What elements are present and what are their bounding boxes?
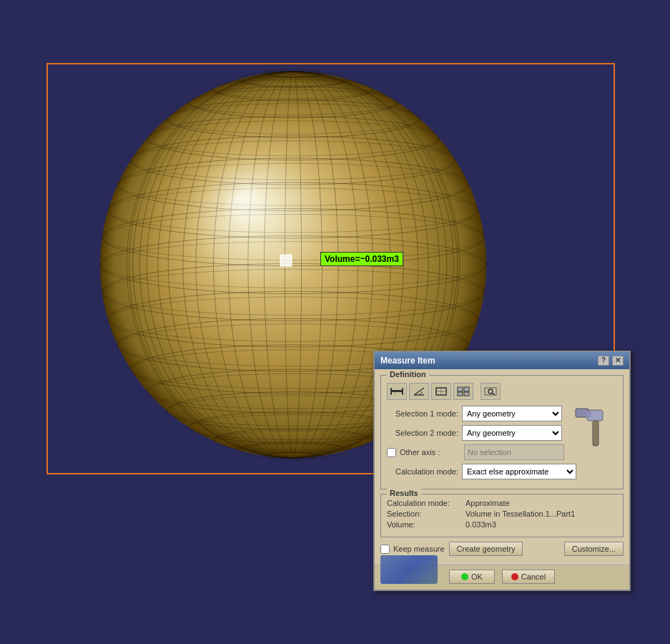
svg-rect-19 [586, 411, 591, 417]
results-group-label: Results [387, 489, 421, 497]
ok-dot [461, 573, 468, 580]
selection-result-row: Selection: Volume in Tessellation.1...Pa… [387, 509, 617, 518]
svg-rect-0 [390, 390, 403, 392]
measure-item5-icon[interactable] [481, 383, 501, 400]
dialog-titlebar: Measure Item ? ✕ [375, 352, 629, 369]
help-button[interactable]: ? [598, 356, 609, 366]
calculation-mode-dropdown[interactable]: Exact else approximate Exact Approximate [462, 464, 576, 479]
svg-rect-2 [402, 388, 403, 395]
dialog-title: Measure Item [380, 356, 435, 366]
volume-result-row: Volume: 0.033m3 [387, 520, 617, 529]
calculation-mode-row: Calculation mode: Exact else approximate… [387, 464, 617, 479]
other-axis-label: Other axis : [400, 448, 464, 457]
selection-result-value: Volume in Tessellation.1...Part1 [465, 509, 575, 518]
calc-mode-result-row: Calculation mode: Approximate [387, 499, 617, 507]
volume-result-value: 0.033m3 [465, 520, 496, 529]
measure-angle-icon[interactable] [409, 383, 429, 400]
dialog-content: Definition ↔ [375, 369, 629, 565]
svg-rect-11 [458, 392, 463, 396]
svg-text:↔: ↔ [393, 391, 397, 396]
cancel-dot [511, 573, 518, 580]
customize-button[interactable]: Customize... [564, 542, 624, 556]
keep-measure-checkbox[interactable] [380, 545, 390, 554]
create-geometry-button[interactable]: Create geometry [449, 542, 523, 556]
selection-result-label: Selection: [387, 509, 465, 518]
results-group: Results Calculation mode: Approximate Se… [380, 494, 624, 537]
measure-distance-icon[interactable]: ↔ [387, 383, 407, 400]
cancel-button[interactable]: Cancel [502, 570, 555, 584]
selection1-label: Selection 1 mode: [387, 409, 462, 418]
selection1-dropdown[interactable]: Any geometry Point Edge Face Body [462, 406, 562, 421]
calculation-mode-label: Calculation mode: [387, 467, 462, 476]
measure-area-icon[interactable] [431, 383, 451, 400]
svg-rect-10 [464, 387, 469, 391]
titlebar-buttons: ? ✕ [598, 356, 624, 366]
definition-content: ↔ [387, 383, 617, 479]
selection2-label: Selection 2 mode: [387, 429, 462, 437]
close-button[interactable]: ✕ [612, 356, 624, 366]
hammer-icon [566, 403, 609, 453]
watermark [380, 555, 438, 584]
keep-measure-label: Keep measure [393, 545, 445, 553]
volume-result-label: Volume: [387, 520, 465, 529]
svg-rect-12 [464, 392, 469, 396]
bottom-row: Keep measure Create geometry Customize..… [380, 542, 624, 556]
other-axis-input[interactable] [464, 444, 564, 460]
cancel-label: Cancel [521, 572, 546, 581]
toolbar-row: ↔ [387, 383, 617, 400]
volume-label: Volume=~0.033m3 [320, 252, 403, 266]
definition-group: Definition ↔ [380, 375, 624, 489]
calc-mode-result-label: Calculation mode: [387, 499, 465, 507]
definition-group-label: Definition [387, 370, 429, 379]
calc-mode-result-value: Approximate [465, 499, 510, 507]
selection2-dropdown[interactable]: Any geometry Point Edge Face Body [462, 425, 562, 441]
svg-rect-1 [390, 388, 392, 395]
svg-rect-9 [458, 387, 463, 391]
ok-label: OK [471, 572, 483, 581]
measure-item4-icon[interactable] [453, 383, 473, 400]
svg-rect-17 [593, 421, 598, 446]
ok-button[interactable]: OK [449, 570, 495, 584]
svg-line-4 [414, 388, 424, 395]
measure-item-dialog: Measure Item ? ✕ Definition ↔ [373, 351, 631, 591]
other-axis-checkbox[interactable] [387, 448, 396, 457]
